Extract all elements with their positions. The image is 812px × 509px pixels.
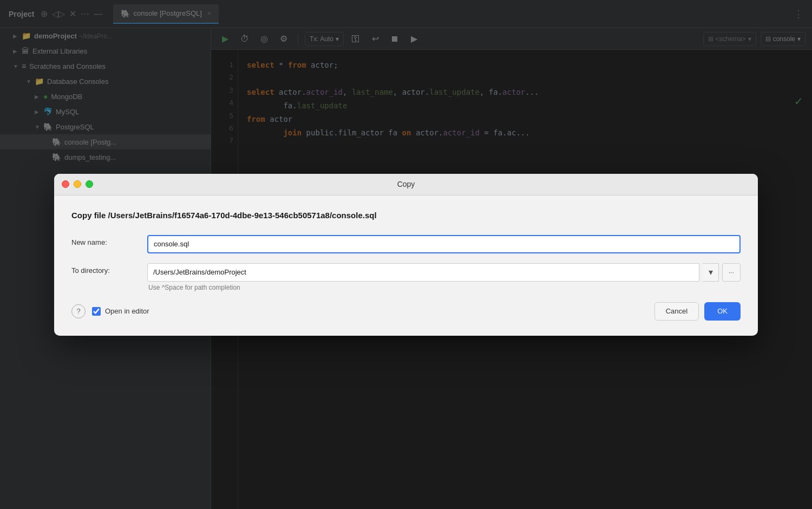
cancel-button[interactable]: Cancel [654,302,699,321]
path-completion-hint: Use ^Space for path completion [147,284,741,291]
new-name-input-wrap [147,235,741,253]
traffic-lights [62,180,93,188]
to-directory-wrap: ▾ ··· Use ^Space for path completion [147,263,741,291]
directory-dropdown-button[interactable]: ▾ [703,263,719,282]
new-name-row: New name: [71,235,741,253]
close-traffic-light[interactable] [62,180,69,188]
copy-dialog: Copy Copy file /Users/JetBrains/f16574a6… [54,174,758,336]
to-directory-input[interactable] [147,263,699,282]
modal-footer: ? Open in editor Cancel OK [71,302,741,321]
to-directory-row: To directory: ▾ ··· Use ^Space for path … [71,263,741,291]
directory-browse-button[interactable]: ··· [722,263,741,282]
ok-button[interactable]: OK [704,302,741,321]
modal-actions: Cancel OK [654,302,741,321]
open-in-editor-checkbox[interactable] [92,307,101,316]
help-button[interactable]: ? [71,304,86,318]
new-name-label: New name: [71,235,147,246]
modal-overlay: Copy Copy file /Users/JetBrains/f16574a6… [0,0,812,509]
open-in-editor-wrap: Open in editor [92,307,149,316]
minimize-traffic-light[interactable] [74,180,81,188]
modal-headline: Copy file /Users/JetBrains/f16574a6-170d… [71,211,741,220]
maximize-traffic-light[interactable] [86,180,93,188]
modal-body: Copy file /Users/JetBrains/f16574a6-170d… [54,195,758,336]
open-in-editor-label: Open in editor [105,307,149,315]
to-directory-label: To directory: [71,263,147,275]
directory-input-row: ▾ ··· [147,263,741,282]
modal-title: Copy [397,180,415,188]
modal-titlebar: Copy [54,174,758,195]
new-name-input[interactable] [147,235,741,253]
